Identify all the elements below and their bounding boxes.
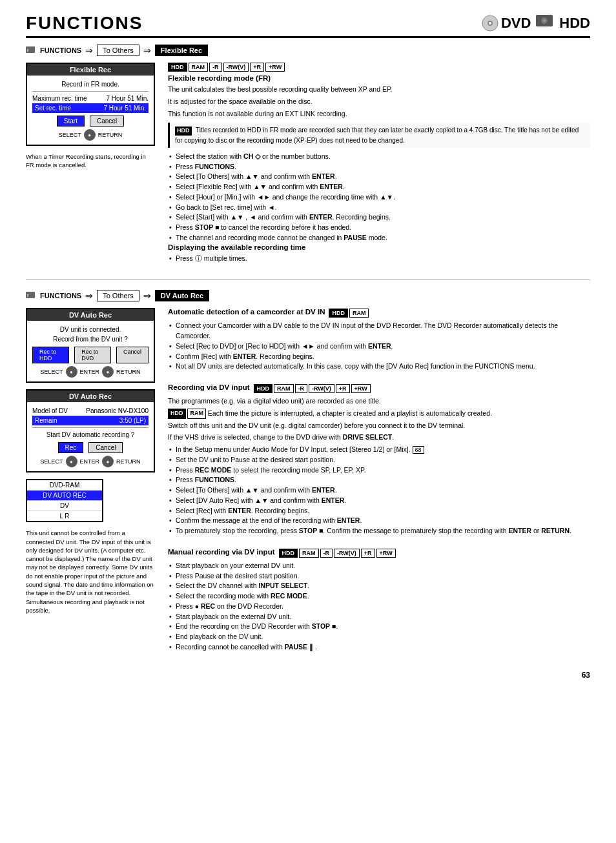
flexible-rec-layout: Flexible Rec Record in FR mode. Maximum … [26, 63, 590, 270]
mr-bullet-7: End the recording on the DVD Recorder wi… [168, 622, 590, 632]
rdv-bullet-7: Select [Rec] with ENTER. Recording begin… [168, 506, 590, 516]
dv-s2-enter-circle: ● [102, 456, 114, 467]
mr-badge-rw: +RW [376, 549, 396, 558]
functions-icon2: F [26, 292, 36, 300]
rdv-para3: Switch off this unit and the DV unit (e.… [168, 421, 590, 431]
rec-dv-heading: Recording via DV input [168, 383, 250, 391]
rdv-bullet-3: Press REC MODE to select the recording m… [168, 465, 590, 476]
fr-para3: This function is not available during an… [168, 109, 590, 119]
dv-s2-nav: SELECT ● ENTER ● RETURN [32, 456, 149, 467]
dv-s2-row2: Remain 3:50 (LP) [32, 416, 149, 425]
flexible-rec-screen-body: Record in FR mode. Maximum rec. time 7 H… [27, 76, 154, 145]
badge-ram: RAM [189, 63, 209, 72]
mr-bullet-6: Start playback on the external DV unit. [168, 612, 590, 622]
menu-item-dv: DV [27, 501, 102, 511]
dv-s1-rec-hdd-btn[interactable]: Rec to HDD [32, 347, 69, 363]
svg-point-2 [489, 22, 491, 25]
fr-cancel-btn[interactable]: Cancel [90, 116, 124, 127]
manual-rec-header: Manual recording via DV input HDD RAM -R… [168, 548, 590, 558]
dv-s1-buttons: Rec to HDD Rec to DVD Cancel [32, 347, 149, 363]
manual-rec-badges: HDD RAM -R -RW(V) +R +RW [279, 549, 396, 558]
flexible-rec-screen: Flexible Rec Record in FR mode. Maximum … [26, 63, 155, 146]
flexible-rec-right: HDD RAM -R -RW(V) +R +RW Flexible record… [168, 63, 590, 270]
dv-s2-cancel-btn[interactable]: Cancel [88, 442, 123, 453]
recording-via-dv-block: Recording via DV input HDD RAM -R -RW(V)… [168, 383, 590, 536]
fr-display-heading: Displaying the available recording time [168, 243, 590, 251]
rdv-badge-r: -R [295, 384, 308, 393]
dv-s2-row1: Model of DV Panasonic NV-DX100 [32, 406, 149, 416]
ad-badge-ram: RAM [349, 309, 369, 318]
dv-s1-rec-dvd-btn[interactable]: Rec to DVD [74, 347, 111, 363]
fr-start-btn[interactable]: Start [57, 116, 85, 127]
auto-detect-badges: HDD RAM [329, 309, 369, 318]
dv-menu-box: DVD-RAM DV AUTO REC DV L R [26, 479, 103, 522]
fr-bullet-6: Go back to [Set rec. time] with ◄. [168, 203, 590, 213]
fr-note-text: Titles recorded to HDD in FR mode are re… [175, 127, 579, 144]
breadcrumb-functions-label: FUNCTIONS [40, 46, 81, 54]
mr-badge-hdd: HDD [279, 549, 298, 558]
dvd-disc-icon [482, 15, 498, 32]
rdv-bullets: In the Setup menu under Audio Mode for D… [168, 445, 590, 536]
fr-note-box: HDD Titles recorded to HDD in FR mode ar… [168, 123, 590, 148]
rdv-badge-ram: RAM [274, 384, 294, 393]
page-header: FUNCTIONS DVD HDD [26, 13, 590, 38]
ad-badge-hdd: HDD [329, 309, 348, 318]
mr-badge-hr: +R [361, 549, 375, 558]
auto-detect-bullets: Connect your Camcorder with a DV cable t… [168, 321, 590, 372]
rdv-bullet-9: To prematurely stop the recording, press… [168, 526, 590, 536]
menu-item-lr: L R [27, 511, 102, 521]
flexible-rec-caption: When a Timer Recording starts, recording… [26, 152, 155, 170]
bc2-dv-auto-rec: DV Auto Rec [155, 290, 209, 301]
dv-screen1: DV Auto Rec DV unit is connected. Record… [26, 308, 155, 383]
fr-bullet-1: Select the station with CH ◇ or the numb… [168, 152, 590, 162]
dv-screen2: DV Auto Rec Model of DV Panasonic NV-DX1… [26, 389, 155, 472]
page-title: FUNCTIONS [26, 13, 143, 34]
dv-s1-cancel-btn[interactable]: Cancel [116, 347, 149, 363]
fr-display-bullet-1: Press ⓘ multiple times. [168, 254, 590, 264]
ad-bullet-3: Confirm [Rec] with ENTER. Recording begi… [168, 352, 590, 362]
rdv-badge-rwv: -RW(V) [309, 384, 334, 393]
dv-s2-row3: Start DV automatic recording ? [32, 430, 149, 440]
svg-point-5 [543, 19, 546, 22]
mr-bullet-2: Press Pause at the desired start positio… [168, 571, 590, 582]
rdv-para4: If the VHS drive is selected, change to … [168, 432, 590, 443]
dv-s1-select-circle: ● [66, 366, 77, 378]
dv-s1-row2: Record from the DV unit ? [32, 334, 149, 344]
fr-bullets: Select the station with CH ◇ or the numb… [168, 152, 590, 243]
bc2-others: To Others [97, 290, 139, 301]
badge-hdd: HDD [168, 63, 187, 72]
ad-bullet-4: Not all DV units are detected automatica… [168, 361, 590, 372]
dv-screen1-body: DV unit is connected. Record from the DV… [27, 321, 154, 381]
flexible-rec-screen-title: Flexible Rec [27, 64, 154, 76]
dv-s2-buttons: Rec Cancel [32, 442, 149, 453]
manual-rec-heading: Manual recording via DV input [168, 548, 275, 556]
fr-bullet-3: Select [To Others] with ▲▼ and confirm w… [168, 172, 590, 182]
section-divider [26, 279, 590, 280]
dvd-icon: DVD [482, 15, 531, 32]
dv-s2-rec-btn[interactable]: Rec [58, 442, 84, 453]
fr-row2: Maximum rec. time 7 Hour 51 Min. [32, 94, 149, 103]
flexible-rec-section: F FUNCTIONS ⇒ To Others ⇒ Flexible Rec F… [26, 45, 590, 270]
fr-display-section: Displaying the available recording time … [168, 243, 590, 264]
fr-badge-row: HDD RAM -R -RW(V) +R +RW [168, 63, 590, 72]
ad-bullet-2: Select [Rec to DVD] or [Rec to HDD] with… [168, 341, 590, 352]
select-circle: ● [84, 129, 96, 141]
breadcrumb-arrow2: ⇒ [143, 45, 151, 56]
rdv-badge-rw: +RW [351, 384, 371, 393]
rdv-bullet-2: Set the DV unit to Pause at the desired … [168, 455, 590, 465]
rdv-para2: HDD RAM Each time the picture is interru… [168, 409, 590, 419]
auto-detect-header: Automatic detection of a camcorder at DV… [168, 308, 590, 318]
fr-buttons: Start Cancel [32, 116, 149, 127]
dv-auto-rec-layout: DV Auto Rec DV unit is connected. Record… [26, 308, 590, 664]
fr-para1: The unit calculates the best possible re… [168, 85, 590, 95]
dv-caption: This unit cannot be controlled from a co… [26, 529, 155, 614]
dv-s1-enter-circle: ● [102, 366, 114, 378]
mr-badge-r: -R [320, 549, 333, 558]
badge-rw: +RW [265, 63, 285, 72]
mr-bullet-4: Select the recording mode with REC MODE. [168, 591, 590, 602]
mr-bullet-1: Start playback on your external DV unit. [168, 561, 590, 571]
bc2-arrow1: ⇒ [85, 290, 93, 301]
badge-hr: +R [250, 63, 264, 72]
svg-text:F: F [27, 48, 29, 52]
rdv-bullet-8: Confirm the message at the end of the re… [168, 516, 590, 526]
